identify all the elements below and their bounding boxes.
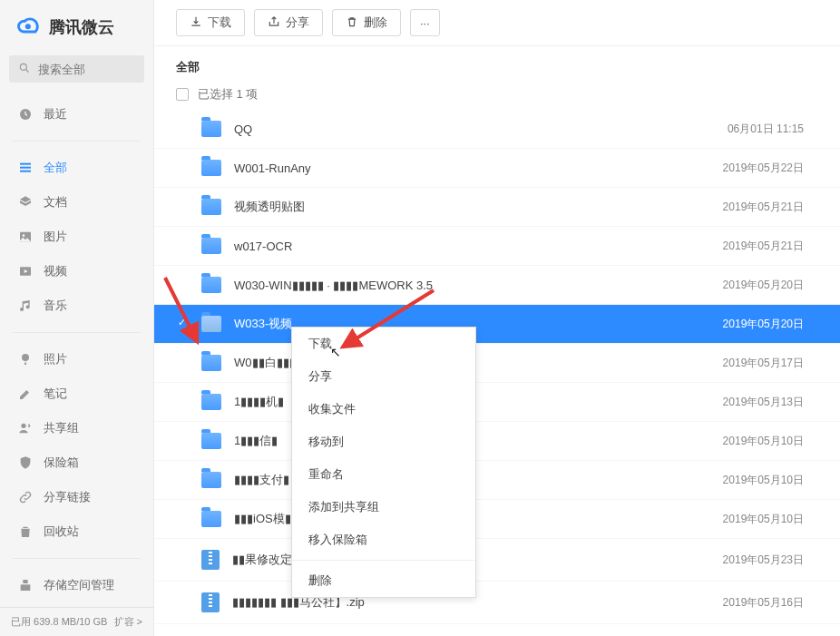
folder-icon <box>201 355 221 371</box>
nav-recent[interactable]: 最近 <box>0 97 153 132</box>
file-row[interactable]: ▮▮果修改定位(1).zip2019年05月23日 <box>154 539 840 582</box>
file-row[interactable]: W001-RunAny2019年05月22日 <box>154 149 840 188</box>
nav-trash[interactable]: 回收站 <box>0 514 153 549</box>
file-row[interactable]: QQ06月01日 11:15 <box>154 110 840 149</box>
nav-all[interactable]: 全部 <box>0 151 153 185</box>
ctx-tosafebox[interactable]: 移入保险箱 <box>292 523 475 556</box>
file-name: W030-WIN▮▮▮▮▮ · ▮▮▮▮MEWORK 3.5 <box>234 279 710 292</box>
file-row[interactable]: ▮▮▮▮支付▮2019年05月10日 <box>154 461 840 500</box>
ctx-collect[interactable]: 收集文件 <box>292 393 475 426</box>
selection-row: 已选择 1 项 <box>154 83 840 110</box>
folder-icon <box>201 160 221 176</box>
zip-icon <box>201 550 220 570</box>
nav-docs[interactable]: 文档 <box>0 185 153 220</box>
ctx-addshare[interactable]: 添加到共享组 <box>292 491 475 523</box>
nav-music[interactable]: 音乐 <box>0 289 153 323</box>
folder-icon <box>201 238 221 254</box>
file-list: QQ06月01日 11:15W001-RunAny2019年05月22日视频透明… <box>154 110 840 636</box>
folder-icon <box>201 121 221 137</box>
delete-button[interactable]: 删除 <box>332 9 401 36</box>
image-icon <box>18 230 33 244</box>
file-date: 2019年05月20日 <box>723 278 804 293</box>
nav-sharelink[interactable]: 分享链接 <box>0 480 153 514</box>
file-date: 2019年05月10日 <box>723 473 804 488</box>
search-icon <box>18 62 31 77</box>
file-row[interactable]: 1▮▮▮▮机▮2019年05月13日 <box>154 383 840 422</box>
file-date: 2019年05月16日 <box>723 595 804 611</box>
file-name: W001-RunAny <box>234 161 710 175</box>
file-row[interactable]: w017-OCR2019年05月21日 <box>154 227 840 266</box>
file-date: 2019年05月10日 <box>723 434 804 449</box>
file-date: 2019年05月21日 <box>723 200 804 215</box>
trash-icon <box>18 524 33 539</box>
ctx-download[interactable]: 下载 <box>292 328 475 360</box>
pencil-icon <box>18 386 33 401</box>
nav-safebox[interactable]: 保险箱 <box>0 445 153 480</box>
layers-icon <box>18 195 33 210</box>
nav-sharegroup[interactable]: 共享组 <box>0 411 153 445</box>
clock-icon <box>18 107 33 122</box>
ctx-share[interactable]: 分享 <box>292 360 475 393</box>
sidebar: 腾讯微云 最近 全部 文档 图片 视频 音乐 照片 笔记 共享组 保险箱 分享链… <box>0 0 154 636</box>
file-row[interactable]: ▮▮▮iOS模▮2019年05月10日 <box>154 500 840 539</box>
expand-storage[interactable]: 扩容 > <box>114 615 142 629</box>
nav-storage[interactable]: 存储空间管理 <box>0 568 153 602</box>
brand: 腾讯微云 <box>0 0 153 50</box>
folder-icon <box>201 277 221 293</box>
folder-icon <box>201 472 221 488</box>
svg-rect-13 <box>21 584 31 591</box>
svg-rect-4 <box>20 163 31 165</box>
file-row[interactable]: W030-WIN▮▮▮▮▮ · ▮▮▮▮MEWORK 3.52019年05月20… <box>154 266 840 305</box>
svg-point-1 <box>20 64 26 70</box>
file-row[interactable]: 1▮▮▮信▮2019年05月10日 <box>154 422 840 461</box>
file-name: QQ <box>234 122 715 136</box>
selection-count: 已选择 1 项 <box>198 86 258 103</box>
nav-notes[interactable]: 笔记 <box>0 377 153 411</box>
nav-images[interactable]: 图片 <box>0 220 153 254</box>
file-date: 2019年05月22日 <box>723 161 804 176</box>
file-row[interactable]: W0▮▮白▮▮▮2019年05月17日 <box>154 344 840 383</box>
link-icon <box>18 490 33 504</box>
file-row[interactable]: W033-视频2019年05月20日 <box>154 305 840 344</box>
users-icon <box>18 421 33 435</box>
svg-point-0 <box>25 24 31 29</box>
ctx-delete[interactable]: 删除 <box>292 564 475 597</box>
file-date: 2019年05月17日 <box>723 356 804 371</box>
ctx-moveto[interactable]: 移动到 <box>292 426 475 458</box>
search-box[interactable] <box>9 55 144 83</box>
brand-logo-icon <box>16 13 42 41</box>
nav-videos[interactable]: 视频 <box>0 254 153 289</box>
file-date: 2019年05月10日 <box>723 512 804 527</box>
share-icon <box>268 15 280 31</box>
row-checkbox[interactable] <box>176 318 189 330</box>
svg-point-10 <box>22 354 29 361</box>
svg-point-8 <box>23 234 25 237</box>
file-date: 2019年05月20日 <box>723 317 804 332</box>
more-button[interactable]: ··· <box>410 9 440 36</box>
file-name: w017-OCR <box>234 240 710 253</box>
file-name: 视频透明贴图 <box>234 199 710 215</box>
svg-rect-12 <box>23 580 27 583</box>
ctx-rename[interactable]: 重命名 <box>292 458 475 491</box>
page-title: 全部 <box>154 46 840 83</box>
brand-name: 腾讯微云 <box>49 16 114 38</box>
sidebar-footer: 已用 639.8 MB/10 GB 扩容 > <box>0 607 153 636</box>
file-date: 06月01日 11:15 <box>728 122 804 137</box>
zip-icon <box>201 592 220 612</box>
svg-line-2 <box>26 69 29 72</box>
folder-icon <box>201 394 221 410</box>
storage-usage: 已用 639.8 MB/10 GB <box>11 615 107 629</box>
share-button[interactable]: 分享 <box>254 9 323 36</box>
file-row[interactable]: ▮▮▮▮▮▮▮ ▮▮▮马公社】.zip2019年05月16日 <box>154 582 840 624</box>
download-button[interactable]: 下载 <box>176 9 245 36</box>
grid-icon <box>18 161 33 175</box>
folder-icon <box>201 511 221 527</box>
file-row[interactable]: 视频透明贴图2019年05月21日 <box>154 188 840 227</box>
download-icon <box>190 15 202 31</box>
file-date: 2019年05月21日 <box>723 239 804 254</box>
toolbar: 下载 分享 删除 ··· <box>154 0 840 46</box>
shield-icon <box>18 455 33 470</box>
select-all-checkbox[interactable] <box>176 88 189 101</box>
file-date: 2019年05月13日 <box>723 395 804 410</box>
nav-photos[interactable]: 照片 <box>0 342 153 377</box>
